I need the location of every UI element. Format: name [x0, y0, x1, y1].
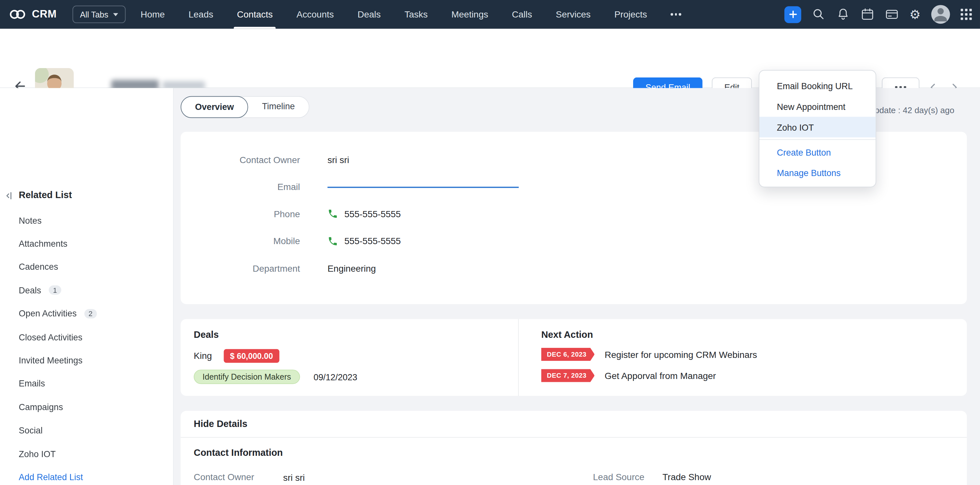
apps-grid-icon[interactable]: [961, 9, 972, 20]
details-card: Hide Details Contact Information Contact…: [181, 411, 967, 485]
field-label: Department: [181, 263, 300, 273]
all-tabs-dropdown[interactable]: All Tabs: [72, 5, 126, 23]
bell-icon[interactable]: [836, 8, 850, 21]
sidebar-item-label: Social: [19, 425, 43, 436]
nav-item-tasks[interactable]: Tasks: [393, 0, 440, 29]
sidebar-item-campaigns[interactable]: Campaigns: [0, 395, 173, 418]
nav-item-meetings[interactable]: Meetings: [439, 0, 500, 29]
date-ribbon: DEC 6, 2023: [541, 348, 595, 361]
more-horizontal-icon: [671, 0, 681, 29]
related-list: Notes Attachments Cadences Deals 1 Open …: [0, 208, 173, 485]
zoho-logo-icon: [9, 8, 26, 21]
email-value-redacted[interactable]: [328, 186, 519, 189]
next-action-text[interactable]: Register for upcoming CRM Webinars: [605, 349, 757, 360]
sidebar-item-label: Add Related List: [19, 472, 83, 482]
tab-overview[interactable]: Overview: [181, 96, 248, 118]
phone-icon: [328, 209, 338, 219]
sidebar-item-deals[interactable]: Deals 1: [0, 279, 173, 302]
navbar-tools: ⚙: [784, 0, 972, 29]
sidebar-item-label: Open Activities: [19, 309, 76, 319]
manage-buttons-link[interactable]: Manage Buttons: [759, 162, 875, 183]
field-row: Department Engineering: [181, 255, 967, 282]
brand[interactable]: CRM: [9, 0, 57, 29]
gear-icon[interactable]: ⚙: [909, 8, 921, 21]
sidebar-item-cadences[interactable]: Cadences: [0, 255, 173, 279]
deals-section: Deals King $ 60,000.00 Identify Decision…: [181, 319, 519, 396]
deals-next-action-card: Deals King $ 60,000.00 Identify Decision…: [181, 319, 967, 396]
contact-owner-detail-value: sri sri: [283, 473, 305, 483]
nav-item-calls[interactable]: Calls: [500, 0, 544, 29]
dropdown-item-new-appointment[interactable]: New Appointment: [759, 96, 875, 117]
hide-details-toggle[interactable]: Hide Details: [194, 418, 247, 429]
sidebar-item-social[interactable]: Social: [0, 418, 173, 442]
deal-close-date: 09/12/2023: [313, 372, 357, 382]
date-ribbon: DEC 7, 2023: [541, 369, 595, 382]
all-tabs-label: All Tabs: [80, 10, 108, 19]
nav-item-deals[interactable]: Deals: [345, 0, 393, 29]
add-related-list-link[interactable]: Add Related List: [0, 465, 173, 485]
next-action-item: DEC 7, 2023 Get Apporval from Manager: [541, 369, 967, 382]
department-value: Engineering: [328, 263, 376, 273]
next-action-title: Next Action: [541, 329, 967, 340]
nav-item-services[interactable]: Services: [544, 0, 602, 29]
credit-card-icon[interactable]: [885, 8, 899, 21]
sidebar-item-invited-meetings[interactable]: Invited Meetings: [0, 349, 173, 372]
dropdown-divider: [759, 139, 875, 140]
sidebar-item-emails[interactable]: Emails: [0, 372, 173, 395]
phone-value[interactable]: 555-555-5555: [344, 209, 401, 219]
field-label: Email: [181, 182, 300, 192]
view-tabs: Overview Timeline: [181, 96, 309, 118]
count-badge: 2: [84, 309, 97, 319]
collapse-panel-icon[interactable]: [5, 191, 13, 202]
lead-source-value: Trade Show: [663, 472, 711, 482]
sidebar-item-zoho-iot[interactable]: Zoho IOT: [0, 442, 173, 465]
user-avatar[interactable]: [931, 5, 950, 24]
next-action-text[interactable]: Get Apporval from Manager: [605, 371, 716, 380]
app-root: CRM All Tabs Home Leads Contacts Account…: [0, 0, 980, 485]
chevron-down-icon: [113, 13, 118, 16]
field-row: Phone 555-555-5555: [181, 200, 967, 228]
field-row: Mobile 555-555-5555: [181, 228, 967, 255]
sidebar-item-label: Attachments: [19, 239, 67, 249]
nav-item-accounts[interactable]: Accounts: [285, 0, 345, 29]
field-label: Contact Owner: [194, 472, 264, 482]
nav-item-contacts[interactable]: Contacts: [225, 0, 285, 29]
create-button-link[interactable]: Create Button: [759, 142, 875, 162]
nav-item-leads[interactable]: Leads: [177, 0, 225, 29]
nav-item-projects[interactable]: Projects: [603, 0, 659, 29]
quick-create-button[interactable]: [784, 6, 801, 23]
person-icon: [931, 5, 950, 24]
dropdown-item-zoho-iot[interactable]: Zoho IOT: [759, 117, 875, 138]
divider: [181, 437, 967, 437]
dropdown-item-email-booking-url[interactable]: Email Booking URL: [759, 76, 875, 96]
next-action-section: Next Action DEC 6, 2023 Register for upc…: [519, 319, 967, 396]
field-label: Phone: [181, 209, 300, 219]
deals-title: Deals: [194, 329, 518, 340]
sidebar-item-label: Deals: [19, 285, 41, 295]
deal-amount-badge: $ 60,000.00: [224, 349, 279, 363]
phone-icon: [328, 236, 338, 247]
calendar-icon[interactable]: [861, 8, 874, 21]
count-badge: 1: [49, 285, 61, 295]
sidebar-item-closed-activities[interactable]: Closed Activities: [0, 325, 173, 349]
search-icon[interactable]: [812, 8, 826, 21]
sidebar-item-label: Invited Meetings: [19, 355, 83, 365]
field-label: Contact Owner: [181, 155, 300, 165]
deal-row: King $ 60,000.00: [194, 349, 518, 363]
plus-icon: [789, 10, 797, 19]
tab-timeline[interactable]: Timeline: [248, 96, 309, 118]
sidebar-item-open-activities[interactable]: Open Activities 2: [0, 302, 173, 325]
sidebar-item-notes[interactable]: Notes: [0, 208, 173, 232]
field-label: Mobile: [181, 236, 300, 246]
deal-stage-pill: Identify Decision Makers: [194, 369, 300, 384]
nav-item-home[interactable]: Home: [129, 0, 177, 29]
deal-name[interactable]: King: [194, 351, 212, 361]
booking-url-dropdown-menu: Email Booking URL New Appointment Zoho I…: [759, 70, 876, 187]
deal-row: Identify Decision Makers 09/12/2023: [194, 369, 518, 384]
field-label: Lead Source: [592, 472, 644, 482]
mobile-value[interactable]: 555-555-5555: [344, 236, 401, 246]
nav-more-button[interactable]: [659, 0, 693, 29]
sidebar-item-attachments[interactable]: Attachments: [0, 232, 173, 255]
sidebar-item-label: Notes: [19, 215, 41, 225]
contact-information-title: Contact Information: [194, 447, 283, 458]
